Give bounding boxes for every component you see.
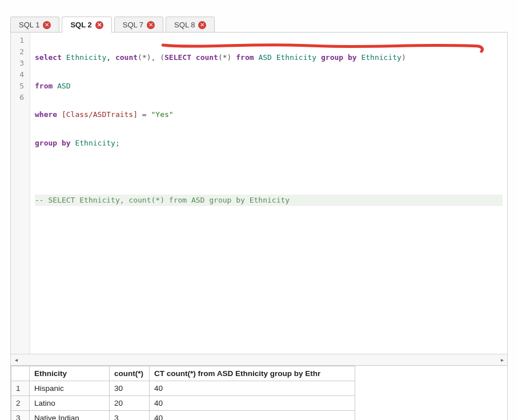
code-line: from ASD — [35, 80, 503, 92]
header-count[interactable]: count(*) — [110, 366, 150, 381]
cell-ethnicity: Hispanic — [30, 381, 110, 396]
cell-ct: 40 — [150, 411, 355, 421]
code-area[interactable]: select Ethnicity, count(*), (SELECT coun… — [30, 33, 507, 354]
cell-ethnicity: Native Indian — [30, 411, 110, 421]
cell-count: 20 — [110, 396, 150, 411]
code-line: select Ethnicity, count(*), (SELECT coun… — [35, 52, 503, 63]
tab-label: SQL 8 — [174, 21, 195, 29]
table-row[interactable]: 1Hispanic3040 — [11, 381, 355, 396]
line-number: 5 — [14, 80, 24, 92]
table-row[interactable]: 2Latino2040 — [11, 396, 355, 411]
line-number: 4 — [14, 69, 24, 80]
tab-sql2[interactable]: SQL 2 ✕ — [62, 17, 111, 33]
code-line: -- SELECT Ethnicity, count(*) from ASD g… — [35, 195, 503, 206]
line-number: 2 — [14, 46, 24, 58]
close-icon[interactable]: ✕ — [147, 21, 155, 29]
cell-count: 30 — [110, 381, 150, 396]
line-gutter: 1 2 3 4 5 6 — [11, 33, 30, 354]
cell-ct: 40 — [150, 396, 355, 411]
scroll-left-icon[interactable]: ◂ — [11, 355, 21, 365]
row-number: 1 — [11, 381, 30, 396]
cell-ct: 40 — [150, 381, 355, 396]
results-table[interactable]: Ethnicity count(*) CT count(*) from ASD … — [11, 366, 355, 420]
tab-sql7[interactable]: SQL 7 ✕ — [114, 17, 163, 33]
header-rownum[interactable] — [11, 366, 30, 381]
close-icon[interactable]: ✕ — [198, 21, 206, 29]
editor-results-panel: 1 2 3 4 5 6 select Ethnicity, count(*), … — [10, 32, 508, 420]
code-line: group by Ethnicity; — [35, 138, 503, 149]
line-number: 6 — [14, 92, 24, 103]
tab-label: SQL 1 — [19, 21, 39, 29]
sql-editor[interactable]: 1 2 3 4 5 6 select Ethnicity, count(*), … — [11, 32, 507, 354]
header-ethnicity[interactable]: Ethnicity — [30, 366, 110, 381]
code-line: where [Class/ASDTraits] = "Yes" — [35, 109, 503, 120]
row-number: 3 — [11, 411, 30, 421]
row-number: 2 — [11, 396, 30, 411]
table-header-row: Ethnicity count(*) CT count(*) from ASD … — [11, 366, 355, 381]
table-row[interactable]: 3Native Indian340 — [11, 411, 355, 421]
tab-label: SQL 2 — [70, 21, 91, 29]
editor-hscroll[interactable]: ◂ ▸ — [11, 354, 507, 365]
tab-sql1[interactable]: SQL 1 ✕ — [10, 17, 59, 33]
results-grid: Ethnicity count(*) CT count(*) from ASD … — [11, 365, 507, 420]
cell-ethnicity: Latino — [30, 396, 110, 411]
cell-count: 3 — [110, 411, 150, 421]
header-ct[interactable]: CT count(*) from ASD Ethnicity group by … — [150, 366, 355, 381]
close-icon[interactable]: ✕ — [43, 21, 51, 29]
line-number: 1 — [14, 35, 24, 46]
tab-sql8[interactable]: SQL 8 ✕ — [166, 17, 215, 33]
annotation-underline — [162, 42, 487, 53]
close-icon[interactable]: ✕ — [95, 21, 103, 29]
tab-label: SQL 7 — [123, 21, 143, 29]
code-line — [35, 166, 503, 177]
tab-strip: SQL 1 ✕ SQL 2 ✕ SQL 7 ✕ SQL 8 ✕ — [10, 10, 508, 32]
line-number: 3 — [14, 58, 24, 69]
scroll-right-icon[interactable]: ▸ — [497, 355, 507, 365]
